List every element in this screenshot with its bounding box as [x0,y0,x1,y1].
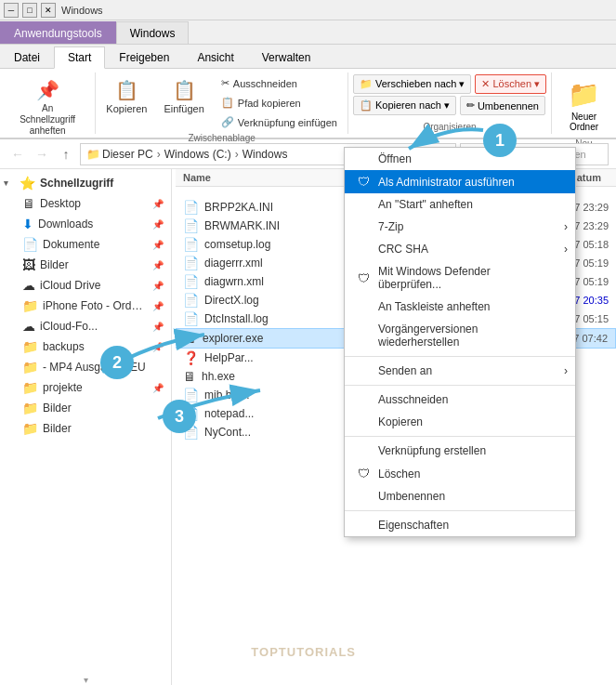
context-menu: Öffnen 🛡 Als Administrator ausführen An … [344,147,576,537]
tab-start[interactable]: Start [54,46,105,69]
maximize-icon[interactable]: □ [22,3,37,18]
backups-icon: 📁 [22,339,38,354]
ctx-kopieren[interactable]: Kopieren [345,411,575,433]
address-windows-c[interactable]: Windows (C:) [164,148,231,161]
sidebar-item-bilder3[interactable]: 📁 Bilder [0,418,171,439]
icloud-icon: ☁ [22,278,35,293]
ctx-crc[interactable]: CRC SHA › [345,238,575,260]
address-windows[interactable]: Windows [242,148,288,161]
address-dieser-pc[interactable]: Dieser PC [102,148,153,161]
projekte-icon: 📁 [22,380,38,395]
file-icon-diagerrr: 📄 [183,256,199,270]
ctx-props-label: Eigenschaften [378,519,557,532]
sidebar-item-schnellzugriff[interactable]: ▾ ⭐ Schnellzugriff [0,173,171,193]
nav-forward[interactable]: → [32,144,52,165]
ctx-eigenschaften[interactable]: Eigenschaften [345,514,575,536]
tab-datei[interactable]: Datei [0,46,54,68]
close-icon[interactable]: ✕ [41,3,56,18]
sidebar-item-downloads[interactable]: ⬇ Downloads 📌 [0,214,171,234]
ctx-delete-icon: 🛡 [356,467,371,481]
sidebar-item-icloud-drive[interactable]: ☁ iCloud Drive 📌 [0,275,171,296]
section-label-zwischenablage: Zwischenablage [188,131,255,143]
sidebar-item-bilder2[interactable]: 📁 Bilder [0,398,171,418]
kopieren-nach-button[interactable]: 📋 Kopieren nach ▾ [353,96,456,115]
ctx-rename-label: Umbenennen [378,490,557,503]
ctx-senden[interactable]: Senden an › [345,360,575,382]
ribbon-content: 📌 An Schnellzugriffanheften 📋 Kopieren 📋… [0,69,616,139]
ausschneiden-button[interactable]: ✂ Ausschneiden [215,74,344,92]
pfad-kopieren-button[interactable]: 📋 Pfad kopieren [215,94,344,112]
pin-icon-iphone: 📌 [152,301,164,311]
path-icon: 📋 [221,97,234,109]
tab-windows[interactable]: Windows [116,21,190,44]
ctx-link-label: Verknüpfung erstellen [378,444,557,457]
sidebar-scroll: ▾ ⭐ Schnellzugriff 🖥 Desktop 📌 ⬇ Downloa… [0,169,171,672]
ctx-taskleiste-label: An Taskleiste anheften [378,300,557,313]
watermark: TOPTUTORIALS [251,645,356,659]
title-bar: ─ □ ✕ Windows [0,0,616,20]
ctx-admin[interactable]: 🛡 Als Administrator ausführen [345,170,575,193]
ctx-admin-label: Als Administrator ausführen [378,176,557,189]
ctx-ausschneiden[interactable]: Ausschneiden [345,389,575,411]
einfuegen-button[interactable]: 📋 Einfügen [157,74,210,119]
pin-icon-downloads: 📌 [152,219,164,230]
ctx-7zip[interactable]: 7-Zip › [345,216,575,238]
sidebar-scroll-down[interactable]: ▾ [0,672,171,685]
mp4-folder-icon: 📁 [22,360,38,375]
sidebar-item-desktop[interactable]: 🖥 Desktop 📌 [0,193,171,214]
ctx-verknuepfung[interactable]: Verknüpfung erstellen [345,440,575,462]
title-bar-icons: ─ □ ✕ [4,3,56,18]
ctx-vorgaenger-label: Vorgängerversionen wiederherstellen [378,323,557,349]
ctx-umbenennen[interactable]: Umbenennen [345,485,575,507]
verschieben-button[interactable]: 📁 Verschieben nach ▾ [353,74,472,94]
ribbon-main-tabs: Datei Start Freigeben Ansicht Verwalten [0,45,616,69]
tab-ansicht[interactable]: Ansicht [183,46,247,68]
umbenennen-button[interactable]: ✏ Umbenennen [460,96,545,115]
icloud-fo-icon: ☁ [22,319,35,334]
ctx-defender[interactable]: 🛡 Mit Windows Defender überprüfen... [345,260,575,296]
nav-up[interactable]: ↑ [56,144,76,165]
schnellzugriff-items: 📌 An Schnellzugriffanheften [7,74,87,141]
ctx-start-pin[interactable]: An "Start" anheften [345,193,575,216]
bilder2-icon: 📁 [22,401,38,415]
kopieren-button[interactable]: 📋 Kopieren [99,74,153,119]
sidebar-item-iphone-foto[interactable]: 📁 iPhone Foto - Ordner zum Synchroni... … [0,296,171,316]
tab-anwendungstools[interactable]: Anwendungstools [0,21,116,44]
sidebar: ▾ ⭐ Schnellzugriff 🖥 Desktop 📌 ⬇ Downloa… [0,169,172,685]
minimize-icon[interactable]: ─ [4,3,19,18]
loeschen-button[interactable]: ✕ Löschen ▾ [475,74,546,94]
ctx-shield-icon: 🛡 [356,175,371,189]
verknuepfung-button[interactable]: 🔗 Verknüpfung einfügen [215,113,344,131]
sidebar-item-dokumente[interactable]: 📄 Dokumente 📌 [0,234,171,255]
ctx-taskleiste[interactable]: An Taskleiste anheften [345,296,575,318]
schnellzugriff-button[interactable]: 📌 An Schnellzugriffanheften [7,74,87,141]
desktop-icon: 🖥 [22,196,35,211]
ctx-loeschen[interactable]: 🛡 Löschen [345,462,575,485]
file-icon-comsetup: 📄 [183,237,199,252]
ribbon-section-schnellzugriff: 📌 An Schnellzugriffanheften [0,72,96,134]
ctx-vorgaenger[interactable]: Vorgängerversionen wiederherstellen [345,318,575,353]
clipboard-row: 📋 Kopieren 📋 Einfügen ✂ Ausschneiden 📋 P… [99,74,344,131]
delete-icon: ✕ [481,78,490,90]
pictures-icon: 🖼 [22,257,35,272]
ctx-sep-2 [345,385,575,386]
neuer-ordner-button[interactable]: 📁 NeuerOrdner [559,74,609,137]
tab-verwalten[interactable]: Verwalten [248,46,325,68]
organize-btns: 📁 Verschieben nach ▾ ✕ Löschen ▾ 📋 Kopie… [353,74,546,115]
sidebar-item-bilder[interactable]: 🖼 Bilder 📌 [0,255,171,275]
iphone-folder-icon: 📁 [22,298,38,313]
ctx-defender-label: Mit Windows Defender überprüfen... [378,265,557,291]
tab-freigeben[interactable]: Freigeben [105,46,183,68]
star-icon: ⭐ [20,176,35,191]
file-icon-dtcinstall: 📄 [183,311,199,326]
ctx-defender-icon: 🛡 [356,271,371,285]
ribbon-section-zwischenablage: 📋 Kopieren 📋 Einfügen ✂ Ausschneiden 📋 P… [96,72,348,134]
file-icon-brwmark: 📄 [183,218,199,233]
scissors-icon: ✂ [221,77,229,89]
new-folder-icon: 📁 [568,79,600,110]
pin-icon-icloud: 📌 [152,281,164,291]
paste-icon: 📋 [173,79,196,101]
ctx-sep-1 [345,356,575,357]
ctx-copy-label: Kopieren [378,415,557,428]
nav-back[interactable]: ← [7,144,28,165]
